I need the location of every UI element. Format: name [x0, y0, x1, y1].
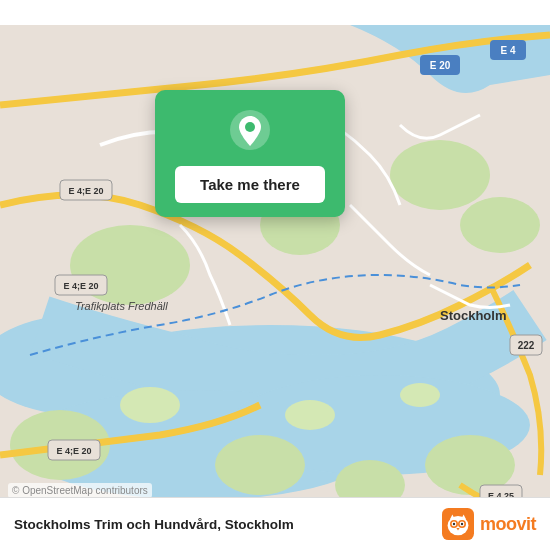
moovit-label: moovit — [480, 514, 536, 535]
svg-point-40 — [453, 523, 455, 525]
svg-point-9 — [215, 435, 305, 495]
svg-point-12 — [460, 197, 540, 253]
take-me-there-button[interactable]: Take me there — [175, 166, 325, 203]
svg-point-33 — [245, 122, 255, 132]
place-name: Stockholms Trim och Hundvård, Stockholm — [14, 517, 294, 532]
location-pin-icon — [228, 108, 272, 152]
svg-point-7 — [390, 140, 490, 210]
svg-text:Trafikplats Fredhäll: Trafikplats Fredhäll — [75, 300, 168, 312]
svg-text:E 4;E 20: E 4;E 20 — [56, 446, 91, 456]
svg-point-41 — [461, 523, 463, 525]
svg-point-14 — [285, 400, 335, 430]
svg-point-13 — [120, 387, 180, 423]
svg-text:E 4: E 4 — [500, 45, 515, 56]
bottom-bar: Stockholms Trim och Hundvård, Stockholm — [0, 497, 550, 550]
attribution-text: © OpenStreetMap contributors — [8, 483, 152, 498]
svg-text:Stockholm: Stockholm — [440, 308, 506, 323]
moovit-owl-icon — [442, 508, 474, 540]
svg-text:E 4;E 20: E 4;E 20 — [63, 281, 98, 291]
moovit-logo: moovit — [442, 508, 536, 540]
svg-text:E 20: E 20 — [430, 60, 451, 71]
popup-card: Take me there — [155, 90, 345, 217]
svg-text:E 4;E 20: E 4;E 20 — [68, 186, 103, 196]
svg-point-15 — [400, 383, 440, 407]
svg-text:222: 222 — [518, 340, 535, 351]
map-container: E 4 E 20 E 4;E 20 E 4;E 20 E 4;E 20 222 … — [0, 0, 550, 550]
bottom-left: Stockholms Trim och Hundvård, Stockholm — [14, 517, 294, 532]
map-svg: E 4 E 20 E 4;E 20 E 4;E 20 E 4;E 20 222 … — [0, 0, 550, 550]
